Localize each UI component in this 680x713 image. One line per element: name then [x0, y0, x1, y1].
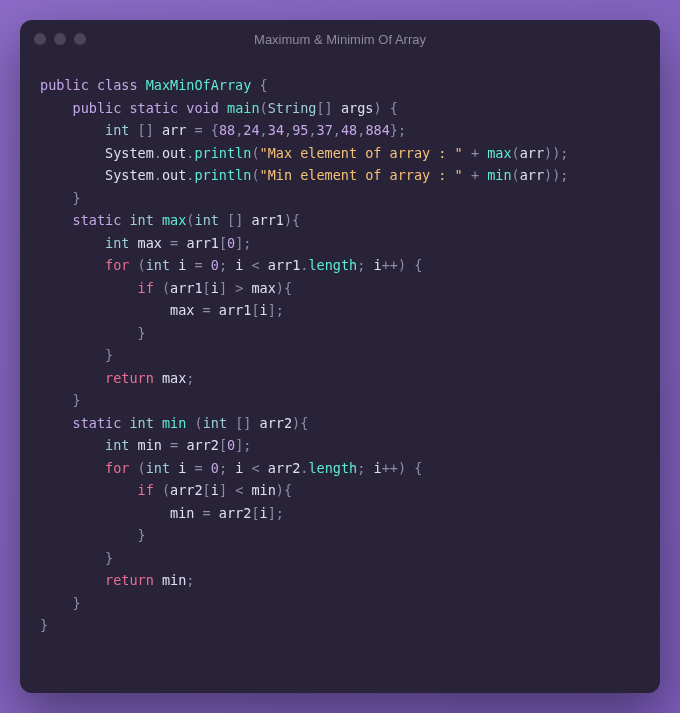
op-eq: = [170, 235, 178, 251]
keyword-return: return [105, 370, 154, 386]
semicolon: ; [357, 257, 365, 273]
bracket-open: [ [251, 302, 259, 318]
ident-arr: arr [520, 167, 544, 183]
keyword-static: static [73, 212, 122, 228]
brace-close: } [73, 190, 81, 206]
ident-arr2: arr2 [219, 505, 252, 521]
comma: , [333, 122, 341, 138]
keyword-for: for [105, 257, 129, 273]
ident-i: i [374, 460, 382, 476]
keyword-for: for [105, 460, 129, 476]
paren-close: ) [276, 482, 284, 498]
paren-close: ) [373, 100, 381, 116]
type-int: int [105, 122, 129, 138]
paren-close: ) [544, 145, 552, 161]
ident-system: System [105, 145, 154, 161]
traffic-lights [34, 33, 86, 45]
paren-open: ( [195, 415, 203, 431]
minimize-icon[interactable] [54, 33, 66, 45]
ident-arr2: arr2 [260, 415, 293, 431]
literal-number: 0 [227, 437, 235, 453]
ident-max: max [138, 235, 162, 251]
op-pp: ++ [382, 460, 398, 476]
paren-close: ) [398, 257, 406, 273]
literal-number: 0 [211, 460, 219, 476]
ident-arr1: arr1 [219, 302, 252, 318]
code-area: public class MaxMinOfArray { public stat… [20, 58, 660, 657]
ident-arr1: arr1 [186, 235, 219, 251]
literal-number: 37 [317, 122, 333, 138]
comma: , [284, 122, 292, 138]
window-title: Maximum & Minimim Of Array [20, 32, 660, 47]
keyword-if: if [138, 280, 154, 296]
op-eq: = [195, 122, 203, 138]
ident-max: max [170, 302, 194, 318]
ident-i: i [178, 257, 186, 273]
ident-arr1: arr1 [268, 257, 301, 273]
op-pp: ++ [382, 257, 398, 273]
semicolon: ; [186, 370, 194, 386]
op-plus: + [471, 145, 479, 161]
paren-open: ( [138, 460, 146, 476]
ident-max: max [162, 370, 186, 386]
ident-i: i [235, 460, 243, 476]
semicolon: ; [243, 437, 251, 453]
type-int: int [129, 212, 153, 228]
bracket-open: [ [203, 482, 211, 498]
ident-min: min [251, 482, 275, 498]
type-int: int [105, 437, 129, 453]
ident-i: i [235, 257, 243, 273]
ident-system: System [105, 167, 154, 183]
bracket-open: [ [203, 280, 211, 296]
paren-open: ( [186, 212, 194, 228]
ident-i: i [260, 505, 268, 521]
close-icon[interactable] [34, 33, 46, 45]
ident-i: i [178, 460, 186, 476]
dot: . [154, 167, 162, 183]
literal-number: 0 [227, 235, 235, 251]
ident-min: min [138, 437, 162, 453]
bracket-open: [ [219, 437, 227, 453]
op-plus: + [471, 167, 479, 183]
keyword-static: static [73, 415, 122, 431]
semicolon: ; [276, 505, 284, 521]
keyword-public: public [73, 100, 122, 116]
method-max: max [487, 145, 511, 161]
paren-open: ( [251, 145, 259, 161]
semicolon: ; [357, 460, 365, 476]
brace-close: } [138, 325, 146, 341]
op-eq: = [195, 257, 203, 273]
keyword-class: class [97, 77, 138, 93]
brace-close: } [390, 122, 398, 138]
ident-min: min [162, 572, 186, 588]
op-eq: = [203, 302, 211, 318]
method-min: min [162, 415, 186, 431]
paren-close: ) [544, 167, 552, 183]
bracket-close: ] [146, 122, 154, 138]
keyword-static: static [129, 100, 178, 116]
zoom-icon[interactable] [74, 33, 86, 45]
brace-close: } [105, 550, 113, 566]
method-println: println [194, 145, 251, 161]
literal-number: 88 [219, 122, 235, 138]
literal-number: 0 [211, 257, 219, 273]
semicolon: ; [276, 302, 284, 318]
literal-number: 24 [243, 122, 259, 138]
literal-number: 48 [341, 122, 357, 138]
bracket-open: [ [316, 100, 324, 116]
bracket-close: ] [243, 415, 251, 431]
ident-i: i [211, 280, 219, 296]
code-window: Maximum & Minimim Of Array public class … [20, 20, 660, 693]
type-int: int [146, 257, 170, 273]
op-lt: < [252, 460, 260, 476]
paren-close: ) [276, 280, 284, 296]
ident-arr: arr [162, 122, 186, 138]
op-eq: = [203, 505, 211, 521]
ident-arr1: arr1 [251, 212, 284, 228]
ident-max: max [251, 280, 275, 296]
brace-open: { [260, 77, 268, 93]
method-max: max [162, 212, 186, 228]
bracket-open: [ [251, 505, 259, 521]
ident-arr2: arr2 [268, 460, 301, 476]
bracket-open: [ [227, 212, 235, 228]
